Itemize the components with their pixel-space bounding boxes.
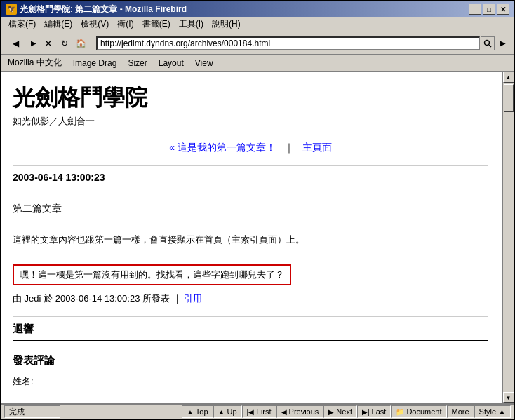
back-button[interactable]: ◀: [4, 36, 27, 51]
status-style[interactable]: Style ▲: [474, 405, 511, 418]
site-subtitle: 如光似影／人劍合一: [13, 115, 488, 128]
status-main: 完成: [4, 405, 60, 418]
bookmark-sizer[interactable]: Sizer: [124, 57, 150, 69]
status-more[interactable]: More: [447, 405, 474, 418]
status-bar: 完成 ▲ Top ▲ Up |◀ First ◀ Previous ▶ Next…: [1, 403, 514, 419]
divider-4: [13, 340, 488, 341]
title-bar: 🦅 光劍格鬥學院: 第二篇文章 - Mozilla Firebird _ □ ✕: [1, 1, 514, 17]
next-icon: ▶: [328, 408, 334, 416]
status-next-label: Next: [336, 407, 352, 416]
up-icon: ▲: [218, 408, 225, 416]
post-title: 第二篇文章: [13, 203, 488, 215]
divider-5: [13, 372, 488, 372]
post-body: 這裡的文章內容也跟第一篇一樣，會直接顯示在首頁（主索引頁面）上。: [13, 233, 488, 247]
cite-link[interactable]: 引用: [184, 293, 202, 304]
page-content: 光劍格鬥學院 如光似影／人劍合一 « 這是我的第一篇文章！ ｜ 主頁面 2003…: [1, 72, 502, 403]
address-bar: [96, 36, 480, 50]
toolbar-separator: [91, 37, 91, 50]
last-icon: ▶|: [362, 408, 370, 416]
svg-point-0: [485, 40, 490, 45]
status-top-label: Top: [196, 407, 208, 416]
status-document-label: Document: [406, 407, 441, 416]
status-last-label: Last: [372, 407, 387, 416]
search-button[interactable]: [481, 36, 495, 50]
scrollbar: ▲ ▼: [502, 72, 514, 403]
bookmark-layout[interactable]: Layout: [155, 57, 187, 69]
status-first[interactable]: |◀ First: [242, 405, 276, 418]
name-label: 姓名:: [13, 375, 488, 388]
status-more-label: More: [452, 407, 469, 416]
first-icon: |◀: [247, 408, 255, 416]
prev-article-link[interactable]: « 這是我的第一篇文章！: [169, 142, 276, 153]
bookmark-view[interactable]: View: [192, 57, 217, 69]
bookmark-mozilla[interactable]: Mozilla 中文化: [4, 55, 65, 70]
post-footer: 由 Jedi 於 2003-06-14 13:00:23 所發表 ｜ 引用: [13, 292, 488, 305]
stop-button[interactable]: ✕: [41, 36, 56, 51]
minimize-button[interactable]: _: [469, 4, 481, 15]
status-previous-label: Previous: [289, 407, 319, 416]
window-title: 光劍格鬥學院: 第二篇文章 - Mozilla Firebird: [20, 4, 187, 15]
menu-bookmarks[interactable]: 書籤(E): [138, 17, 175, 32]
extra-button[interactable]: ▶: [495, 36, 511, 51]
bookmarks-bar: Mozilla 中文化 Image Drag Sizer Layout View: [1, 55, 514, 72]
status-up-label: Up: [227, 407, 237, 416]
status-document[interactable]: 📁 Document: [391, 405, 446, 418]
menu-file[interactable]: 檔案(F): [4, 17, 40, 32]
status-first-label: First: [256, 407, 271, 416]
menu-help[interactable]: 說明(H): [208, 17, 245, 32]
forward-button[interactable]: ▶: [27, 36, 40, 51]
prev-icon: ◀: [281, 408, 287, 416]
menu-tools[interactable]: 工具(I): [175, 17, 208, 32]
search-icon: [483, 39, 492, 48]
status-up[interactable]: ▲ Up: [213, 405, 242, 418]
refresh-button[interactable]: ↻: [57, 36, 72, 51]
site-title: 光劍格鬥學院: [13, 83, 488, 114]
highlighted-text: 嘿！這一欄是第一篇沒有用到的。找找看，這些字跑到哪兒去了？: [13, 264, 291, 285]
status-previous[interactable]: ◀ Previous: [276, 405, 324, 418]
status-last[interactable]: ▶| Last: [357, 405, 391, 418]
doc-icon: 📁: [396, 408, 404, 416]
divider-2: [13, 189, 488, 189]
menu-edit[interactable]: 編輯(E): [40, 17, 76, 32]
bookmark-imagedrag[interactable]: Image Drag: [69, 57, 121, 69]
address-input[interactable]: [96, 36, 480, 50]
page-nav-links: « 這是我的第一篇文章！ ｜ 主頁面: [13, 142, 488, 154]
home-link[interactable]: 主頁面: [302, 142, 332, 153]
divider-1: [13, 165, 488, 166]
scroll-up-arrow[interactable]: ▲: [503, 72, 514, 83]
comments-heading: 迴響: [13, 323, 488, 336]
post-comment-heading: 發表評論: [13, 354, 488, 367]
svg-line-1: [489, 45, 491, 47]
divider-3: [13, 316, 488, 317]
top-icon: ▲: [187, 408, 194, 416]
post-footer-text: 由 Jedi 於 2003-06-14 13:00:23 所發表 ｜ 引用: [13, 293, 202, 304]
maximize-button[interactable]: □: [483, 4, 495, 15]
scroll-thumb[interactable]: [504, 84, 514, 112]
menu-go[interactable]: 衝(I): [113, 17, 138, 32]
menu-view[interactable]: 檢視(V): [76, 17, 113, 32]
close-button[interactable]: ✕: [497, 4, 509, 15]
nav-toolbar: ◀ ▶ ✕ ↻ 🏠 ▶: [1, 32, 514, 55]
status-style-label: Style ▲: [479, 407, 506, 416]
post-date: 2003-06-14 13:00:23: [13, 172, 488, 183]
nav-separator: ｜: [284, 142, 294, 153]
status-top[interactable]: ▲ Top: [182, 405, 213, 418]
status-next[interactable]: ▶ Next: [323, 405, 357, 418]
menu-bar: 檔案(F) 編輯(E) 檢視(V) 衝(I) 書籤(E) 工具(I) 說明(H): [1, 17, 514, 32]
scroll-down-arrow[interactable]: ▼: [503, 392, 514, 403]
home-button[interactable]: 🏠: [73, 36, 88, 51]
app-icon: 🦅: [6, 4, 17, 15]
